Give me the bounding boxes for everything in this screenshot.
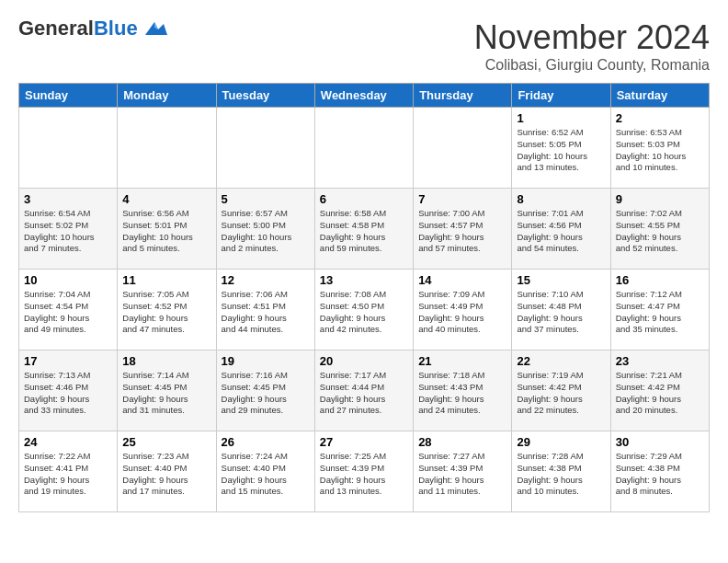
weekday-header-tuesday: Tuesday [216, 84, 314, 108]
calendar-cell: 23Sunrise: 7:21 AM Sunset: 4:42 PM Dayli… [610, 350, 709, 431]
day-info: Sunrise: 7:28 AM Sunset: 4:38 PM Dayligh… [517, 451, 605, 498]
day-info: Sunrise: 7:23 AM Sunset: 4:40 PM Dayligh… [122, 451, 210, 498]
calendar-cell: 25Sunrise: 7:23 AM Sunset: 4:40 PM Dayli… [118, 431, 216, 512]
day-number: 9 [616, 192, 704, 206]
calendar-cell [216, 108, 314, 189]
calendar-cell [19, 108, 118, 189]
day-number: 1 [517, 111, 605, 125]
day-number: 13 [320, 273, 408, 287]
day-info: Sunrise: 7:08 AM Sunset: 4:50 PM Dayligh… [320, 289, 408, 336]
day-info: Sunrise: 7:27 AM Sunset: 4:39 PM Dayligh… [418, 451, 506, 498]
weekday-header-sunday: Sunday [19, 84, 118, 108]
calendar-cell: 27Sunrise: 7:25 AM Sunset: 4:39 PM Dayli… [314, 431, 413, 512]
day-info: Sunrise: 7:29 AM Sunset: 4:38 PM Dayligh… [616, 451, 704, 498]
calendar-cell: 5Sunrise: 6:57 AM Sunset: 5:00 PM Daylig… [216, 189, 314, 270]
calendar-cell: 3Sunrise: 6:54 AM Sunset: 5:02 PM Daylig… [19, 189, 118, 270]
day-number: 16 [616, 273, 704, 287]
day-info: Sunrise: 7:18 AM Sunset: 4:43 PM Dayligh… [418, 370, 506, 417]
calendar-cell: 2Sunrise: 6:53 AM Sunset: 5:03 PM Daylig… [610, 108, 709, 189]
day-number: 17 [24, 354, 112, 368]
calendar-cell: 14Sunrise: 7:09 AM Sunset: 4:49 PM Dayli… [414, 270, 512, 350]
day-info: Sunrise: 7:04 AM Sunset: 4:54 PM Dayligh… [24, 289, 112, 336]
day-number: 24 [24, 435, 112, 449]
logo-general: General [18, 17, 94, 40]
day-number: 22 [517, 354, 605, 368]
day-number: 6 [320, 192, 408, 206]
day-number: 10 [24, 273, 112, 287]
day-number: 23 [616, 354, 704, 368]
weekday-header-wednesday: Wednesday [314, 84, 413, 108]
day-number: 12 [222, 273, 310, 287]
day-info: Sunrise: 7:25 AM Sunset: 4:39 PM Dayligh… [320, 451, 408, 498]
day-info: Sunrise: 7:16 AM Sunset: 4:45 PM Dayligh… [222, 370, 310, 417]
day-info: Sunrise: 7:06 AM Sunset: 4:51 PM Dayligh… [222, 289, 310, 336]
day-info: Sunrise: 7:05 AM Sunset: 4:52 PM Dayligh… [122, 289, 210, 336]
day-number: 19 [222, 354, 310, 368]
day-info: Sunrise: 7:19 AM Sunset: 4:42 PM Dayligh… [517, 370, 605, 417]
day-number: 26 [222, 435, 310, 449]
day-info: Sunrise: 7:02 AM Sunset: 4:55 PM Dayligh… [616, 208, 704, 255]
day-number: 7 [418, 192, 506, 206]
week-row-4: 17Sunrise: 7:13 AM Sunset: 4:46 PM Dayli… [19, 350, 710, 431]
day-number: 5 [222, 192, 310, 206]
location-title: Colibasi, Giurgiu County, Romania [474, 57, 710, 74]
calendar-cell: 18Sunrise: 7:14 AM Sunset: 4:45 PM Dayli… [118, 350, 216, 431]
calendar-cell [314, 108, 413, 189]
calendar-cell: 10Sunrise: 7:04 AM Sunset: 4:54 PM Dayli… [19, 270, 118, 350]
day-info: Sunrise: 6:56 AM Sunset: 5:01 PM Dayligh… [122, 208, 210, 255]
day-info: Sunrise: 7:10 AM Sunset: 4:48 PM Dayligh… [517, 289, 605, 336]
calendar-cell: 30Sunrise: 7:29 AM Sunset: 4:38 PM Dayli… [610, 431, 709, 512]
weekday-header-monday: Monday [118, 84, 216, 108]
day-number: 25 [122, 435, 210, 449]
calendar-cell: 12Sunrise: 7:06 AM Sunset: 4:51 PM Dayli… [216, 270, 314, 350]
day-info: Sunrise: 6:53 AM Sunset: 5:03 PM Dayligh… [616, 127, 704, 174]
day-number: 8 [517, 192, 605, 206]
logo: GeneralBlue [18, 18, 167, 39]
day-number: 14 [418, 273, 506, 287]
day-info: Sunrise: 7:22 AM Sunset: 4:41 PM Dayligh… [24, 451, 112, 498]
calendar-cell: 4Sunrise: 6:56 AM Sunset: 5:01 PM Daylig… [118, 189, 216, 270]
weekday-header-saturday: Saturday [610, 84, 709, 108]
day-info: Sunrise: 7:13 AM Sunset: 4:46 PM Dayligh… [24, 370, 112, 417]
day-number: 18 [122, 354, 210, 368]
day-info: Sunrise: 6:58 AM Sunset: 4:58 PM Dayligh… [320, 208, 408, 255]
day-info: Sunrise: 6:57 AM Sunset: 5:00 PM Dayligh… [222, 208, 310, 255]
day-info: Sunrise: 7:21 AM Sunset: 4:42 PM Dayligh… [616, 370, 704, 417]
week-row-1: 1Sunrise: 6:52 AM Sunset: 5:05 PM Daylig… [19, 108, 710, 189]
calendar-cell: 26Sunrise: 7:24 AM Sunset: 4:40 PM Dayli… [216, 431, 314, 512]
calendar-cell [414, 108, 512, 189]
day-number: 29 [517, 435, 605, 449]
calendar-cell: 17Sunrise: 7:13 AM Sunset: 4:46 PM Dayli… [19, 350, 118, 431]
day-info: Sunrise: 6:54 AM Sunset: 5:02 PM Dayligh… [24, 208, 112, 255]
calendar-cell: 28Sunrise: 7:27 AM Sunset: 4:39 PM Dayli… [414, 431, 512, 512]
day-number: 21 [418, 354, 506, 368]
day-info: Sunrise: 6:52 AM Sunset: 5:05 PM Dayligh… [517, 127, 605, 174]
day-number: 15 [517, 273, 605, 287]
header: GeneralBlue November 2024 Colibasi, Giur… [18, 18, 710, 74]
weekday-header-friday: Friday [512, 84, 610, 108]
day-number: 3 [24, 192, 112, 206]
calendar-cell: 20Sunrise: 7:17 AM Sunset: 4:44 PM Dayli… [314, 350, 413, 431]
calendar-cell: 21Sunrise: 7:18 AM Sunset: 4:43 PM Dayli… [414, 350, 512, 431]
day-number: 30 [616, 435, 704, 449]
calendar-table: SundayMondayTuesdayWednesdayThursdayFrid… [18, 83, 710, 512]
month-title: November 2024 [474, 18, 710, 57]
day-number: 2 [616, 111, 704, 125]
calendar-cell: 22Sunrise: 7:19 AM Sunset: 4:42 PM Dayli… [512, 350, 610, 431]
weekday-header-row: SundayMondayTuesdayWednesdayThursdayFrid… [19, 84, 710, 108]
calendar-cell: 24Sunrise: 7:22 AM Sunset: 4:41 PM Dayli… [19, 431, 118, 512]
calendar-cell: 11Sunrise: 7:05 AM Sunset: 4:52 PM Dayli… [118, 270, 216, 350]
day-number: 28 [418, 435, 506, 449]
day-number: 4 [122, 192, 210, 206]
calendar-cell: 8Sunrise: 7:01 AM Sunset: 4:56 PM Daylig… [512, 189, 610, 270]
day-info: Sunrise: 7:00 AM Sunset: 4:57 PM Dayligh… [418, 208, 506, 255]
calendar-cell: 6Sunrise: 6:58 AM Sunset: 4:58 PM Daylig… [314, 189, 413, 270]
calendar-cell: 7Sunrise: 7:00 AM Sunset: 4:57 PM Daylig… [414, 189, 512, 270]
calendar-cell: 13Sunrise: 7:08 AM Sunset: 4:50 PM Dayli… [314, 270, 413, 350]
day-info: Sunrise: 7:09 AM Sunset: 4:49 PM Dayligh… [418, 289, 506, 336]
week-row-3: 10Sunrise: 7:04 AM Sunset: 4:54 PM Dayli… [19, 270, 710, 350]
week-row-5: 24Sunrise: 7:22 AM Sunset: 4:41 PM Dayli… [19, 431, 710, 512]
title-area: November 2024 Colibasi, Giurgiu County, … [474, 18, 710, 74]
day-info: Sunrise: 7:12 AM Sunset: 4:47 PM Dayligh… [616, 289, 704, 336]
calendar-cell: 15Sunrise: 7:10 AM Sunset: 4:48 PM Dayli… [512, 270, 610, 350]
